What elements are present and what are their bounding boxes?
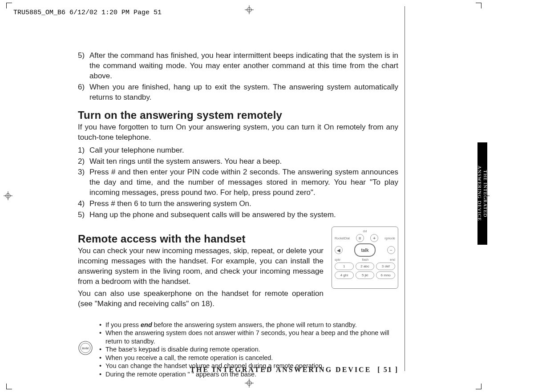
list-num: 1) — [78, 145, 89, 156]
list-num: 4) — [78, 199, 89, 209]
footer-page-number: [ 51 ] — [377, 366, 398, 374]
key-6: 6 mno — [376, 271, 395, 279]
key-5: 5 jkl — [356, 271, 375, 279]
key-4: 4 ghi — [335, 271, 354, 279]
key-1: 1 — [335, 263, 354, 270]
minus-icon: − — [387, 246, 395, 254]
crop-mark-tl — [6, 3, 12, 8]
note-item: When the answering system does not answe… — [99, 329, 398, 345]
talk-button: talk — [354, 243, 376, 257]
page: TRU5885_OM_B6 6/12/02 1:20 PM Page 51 TH… — [0, 0, 534, 392]
paragraph: You can also use speakerphone on the han… — [78, 289, 324, 309]
registration-mark-bottom — [245, 379, 254, 388]
list-text: Hang up the phone and subsequent calls w… — [89, 210, 398, 220]
crop-mark-tr — [476, 3, 481, 8]
kp-label-flash: flash — [362, 258, 368, 261]
note-item: The base's keypad is disable during remo… — [99, 345, 398, 354]
side-tab-line2: ANSWERING DEVICE — [477, 166, 482, 221]
list-text: After the command has finished, you hear… — [89, 51, 398, 81]
left-icon: ◀ — [335, 246, 343, 254]
list-num: 6) — [78, 82, 89, 103]
vertical-rule — [405, 6, 405, 371]
kp-label-rgmode: rgmode — [384, 237, 395, 240]
footer: THE INTEGRATED ANSWERING DEVICE [ 51 ] — [78, 366, 398, 374]
side-tab: THE INTEGRATED ANSWERING DEVICE — [477, 142, 487, 245]
plus-icon: + — [370, 234, 378, 242]
slug-line: TRU5885_OM_B6 6/12/02 1:20 PM Page 51 — [13, 9, 162, 16]
list-text: Call your telephone number. — [89, 145, 398, 156]
list-text: Wait ten rings until the system answers.… — [89, 157, 398, 167]
list-text: When you are finished, hang up to exit t… — [89, 82, 398, 103]
note-item: If you press end before the answering sy… — [99, 321, 398, 329]
list-num: 5) — [78, 51, 89, 81]
side-tab-line1: THE INTEGRATED — [483, 170, 488, 218]
list-num: 3) — [78, 167, 89, 198]
list-num: 5) — [78, 210, 89, 220]
key-3: 3 def — [376, 263, 395, 270]
kp-label-rocket: RocketDial — [335, 237, 350, 240]
menu-icon: ≡ — [356, 234, 364, 242]
key-2: 2 abc — [356, 263, 375, 270]
steps-list: 1)Call your telephone number. 2)Wait ten… — [78, 145, 398, 221]
list-num: 2) — [78, 157, 89, 167]
note-icon: note — [78, 340, 93, 356]
list-text: Press # and then enter your PIN code wit… — [89, 167, 398, 198]
footer-title: THE INTEGRATED ANSWERING DEVICE — [190, 366, 371, 374]
kp-label-end: end — [390, 258, 395, 261]
heading-turn-on-remotely: Turn on the answering system remotely — [78, 109, 398, 121]
paragraph: If you have forgotten to turn On your an… — [78, 122, 398, 143]
kp-label-spkr: spkr — [335, 258, 340, 261]
crop-mark-bl — [6, 384, 12, 389]
kp-label-cid: cid — [335, 230, 395, 233]
paragraph: You can check your new incoming messages… — [78, 246, 324, 287]
heading-remote-access-handset: Remote access with the handset — [78, 233, 324, 245]
continued-list: 5)After the command has finished, you he… — [78, 51, 398, 103]
svg-text:note: note — [82, 346, 89, 350]
list-text: Press # then 6 to turn the answering sys… — [89, 199, 398, 209]
crop-mark-br — [476, 384, 481, 389]
end-key: end — [141, 321, 152, 328]
handset-keypad-illustration: cid RocketDial ≡ + rgmode ◀ talk − spkr … — [332, 226, 398, 289]
note-item: When you receive a call, the remote oper… — [99, 354, 398, 362]
body: 5)After the command has finished, you he… — [78, 51, 398, 379]
registration-mark-left — [4, 191, 12, 200]
registration-mark-top — [245, 5, 254, 14]
